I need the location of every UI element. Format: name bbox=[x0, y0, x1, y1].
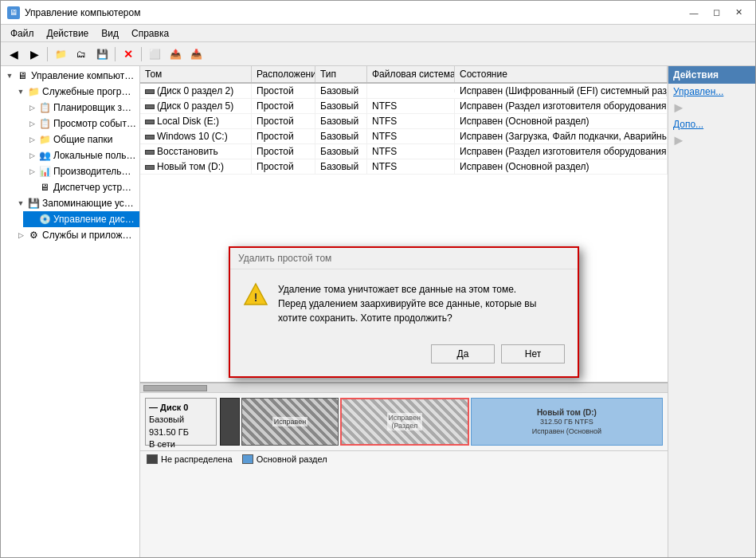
tree-panel: ▼ 🖥 Управление компьютером (л ▼ 📁 Служеб… bbox=[1, 66, 140, 557]
toolbar-btn-5[interactable]: 📤 bbox=[166, 45, 185, 63]
toolbar-btn-6[interactable]: 📥 bbox=[186, 45, 206, 63]
menu-action[interactable]: Действие bbox=[41, 26, 96, 41]
tree-label-devmgr: Диспетчер устройств bbox=[53, 182, 136, 193]
svg-text:!: ! bbox=[254, 291, 258, 304]
tree-item-root[interactable]: ▼ 🖥 Управление компьютером (л bbox=[1, 68, 139, 84]
tree-item-svcapp[interactable]: ▷ ⚙ Службы и приложения bbox=[12, 227, 139, 243]
tree-label-events: Просмотр событий bbox=[53, 118, 136, 129]
tree-item-shared[interactable]: ▷ 📁 Общие папки bbox=[23, 132, 139, 147]
tree-item-diskmgmt[interactable]: 💿 Управление дисками bbox=[23, 211, 139, 227]
toolbar-btn-1[interactable]: 📁 bbox=[51, 45, 70, 63]
toolbar-btn-2[interactable]: 🗂 bbox=[72, 45, 91, 63]
tree-events-icon: 📋 bbox=[38, 117, 51, 130]
tree-label-scheduler: Планировщик заданий bbox=[53, 102, 136, 113]
toolbar-btn-3[interactable]: 💾 bbox=[92, 45, 112, 63]
dialog-message-line3: хотите сохранить. Хотите продолжить? bbox=[278, 311, 536, 325]
expand-icon-scheduler: ▷ bbox=[26, 102, 37, 113]
delete-volume-dialog: Удалить простой том ! Удаление тома унич… bbox=[229, 246, 579, 378]
menu-bar: Файл Действие Вид Справка bbox=[1, 25, 755, 42]
tree-perf-icon: 📊 bbox=[38, 165, 51, 178]
tree-item-services[interactable]: ▼ 📁 Служебные программы bbox=[12, 84, 139, 100]
tree-label-root: Управление компьютером (л bbox=[31, 70, 136, 81]
expand-icon-perf: ▷ bbox=[26, 166, 37, 177]
action-expand-icon-2[interactable]: ► bbox=[668, 132, 755, 149]
tree-users-icon: 👥 bbox=[38, 149, 51, 162]
expand-icon-svcapp: ▷ bbox=[15, 230, 26, 241]
tree-label-users: Локальные пользовате bbox=[53, 150, 136, 161]
dialog-overlay: Удалить простой том ! Удаление тома унич… bbox=[140, 66, 668, 557]
tree-folder-icon: 📁 bbox=[27, 85, 40, 98]
main-content: Том Расположение Тип Файловая система Со… bbox=[140, 66, 668, 557]
dialog-buttons: Да Нет bbox=[230, 338, 578, 376]
tree-label-storage: Запоминающие устройст bbox=[42, 198, 136, 209]
tree-item-eventviewer[interactable]: ▷ 📋 Просмотр событий bbox=[23, 116, 139, 132]
title-bar-left: 🖥 Управление компьютером bbox=[7, 6, 140, 19]
action-item-1[interactable]: Допо... bbox=[668, 116, 755, 132]
tree-item-storage[interactable]: ▼ 💾 Запоминающие устройст bbox=[12, 195, 139, 211]
dialog-message: Удаление тома уничтожает все данные на э… bbox=[278, 282, 536, 325]
menu-help[interactable]: Справка bbox=[125, 26, 175, 41]
expand-icon-diskmgmt bbox=[26, 214, 37, 225]
tree-shared-icon: 📁 bbox=[38, 133, 51, 146]
expand-icon-storage: ▼ bbox=[15, 198, 26, 209]
main-window: 🖥 Управление компьютером — ◻ ✕ Файл Дейс… bbox=[0, 0, 756, 558]
dialog-content: ! Удаление тома уничтожает все данные на… bbox=[230, 269, 578, 338]
tree-label-shared: Общие папки bbox=[53, 134, 112, 145]
toolbar-separator-2 bbox=[115, 47, 116, 61]
tree-item-users[interactable]: ▷ 👥 Локальные пользовате bbox=[23, 147, 139, 163]
expand-icon-shared: ▷ bbox=[26, 134, 37, 145]
tree-storage-icon: 💾 bbox=[27, 197, 40, 210]
tree-item-devmgr[interactable]: 🖥 Диспетчер устройств bbox=[23, 179, 139, 195]
toolbar-separator-1 bbox=[47, 47, 48, 61]
expand-icon: ▼ bbox=[4, 70, 15, 81]
back-button[interactable]: ◀ bbox=[4, 45, 23, 63]
tree-label-services: Служебные программы bbox=[42, 86, 136, 97]
dialog-title-bar: Удалить простой том bbox=[230, 248, 578, 269]
dialog-title: Удалить простой том bbox=[238, 253, 331, 264]
toolbar-separator-3 bbox=[141, 47, 142, 61]
toolbar-delete-button[interactable]: ✕ bbox=[119, 45, 138, 63]
actions-title: Действия bbox=[668, 66, 755, 84]
close-button[interactable]: ✕ bbox=[728, 5, 749, 21]
toolbar-btn-4[interactable]: ⬜ bbox=[145, 45, 164, 63]
window-title: Управление компьютером bbox=[25, 7, 140, 18]
toolbar: ◀ ▶ 📁 🗂 💾 ✕ ⬜ 📤 📥 bbox=[1, 42, 755, 66]
tree-label-svcapp: Службы и приложения bbox=[42, 230, 136, 241]
tree-label-perf: Производительность bbox=[53, 166, 136, 177]
dialog-no-button[interactable]: Нет bbox=[501, 344, 565, 363]
main-area: ▼ 🖥 Управление компьютером (л ▼ 📁 Служеб… bbox=[1, 66, 755, 557]
forward-button[interactable]: ▶ bbox=[25, 45, 44, 63]
tree-item-perf[interactable]: ▷ 📊 Производительность bbox=[23, 163, 139, 179]
tree-disk-icon: 💿 bbox=[38, 213, 51, 226]
menu-file[interactable]: Файл bbox=[4, 26, 41, 41]
title-bar: 🖥 Управление компьютером — ◻ ✕ bbox=[1, 1, 755, 25]
expand-icon-devmgr bbox=[26, 182, 37, 193]
action-expand-icon[interactable]: ► bbox=[668, 100, 755, 116]
expand-icon-services: ▼ bbox=[15, 86, 26, 97]
action-item-0[interactable]: Управлен... bbox=[668, 84, 755, 100]
dialog-message-line2: Перед удалением заархивируйте все данные… bbox=[278, 297, 536, 311]
minimize-button[interactable]: — bbox=[684, 5, 704, 21]
warning-icon: ! bbox=[243, 282, 268, 308]
maximize-button[interactable]: ◻ bbox=[706, 5, 727, 21]
tree-devmgr-icon: 🖥 bbox=[38, 181, 51, 194]
actions-panel: Действия Управлен... ► Допо... ► bbox=[668, 66, 755, 557]
menu-view[interactable]: Вид bbox=[95, 26, 125, 41]
dialog-message-line1: Удаление тома уничтожает все данные на э… bbox=[278, 282, 536, 297]
window-icon: 🖥 bbox=[7, 6, 20, 19]
expand-icon-users: ▷ bbox=[26, 150, 37, 161]
tree-computer-icon: 🖥 bbox=[16, 69, 29, 82]
dialog-yes-button[interactable]: Да bbox=[431, 344, 495, 363]
expand-icon-events: ▷ bbox=[26, 118, 37, 129]
tree-svcapp-icon: ⚙ bbox=[27, 229, 40, 242]
tree-scheduler-icon: 📋 bbox=[38, 101, 51, 114]
tree-label-diskmgmt: Управление дисками bbox=[53, 214, 136, 225]
title-bar-controls: — ◻ ✕ bbox=[684, 5, 749, 21]
tree-item-scheduler[interactable]: ▷ 📋 Планировщик заданий bbox=[23, 100, 139, 116]
